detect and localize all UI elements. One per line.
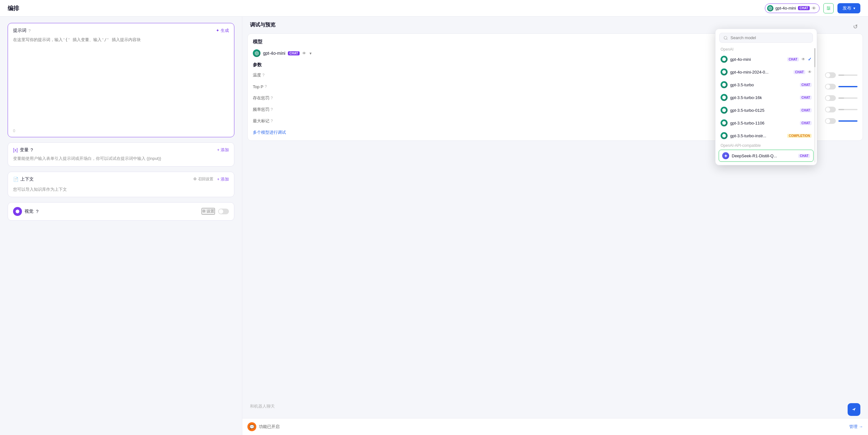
left-panel: 提示词 ? ✦ 生成 0 [x] 变量 ? [0, 17, 242, 435]
temperature-toggle[interactable] [825, 72, 836, 78]
param-right-presence [825, 95, 858, 101]
frequency-toggle[interactable] [825, 107, 836, 113]
search-icon [723, 36, 728, 40]
param-right-topp [825, 84, 858, 90]
variable-add-label: + 添加 [217, 148, 229, 152]
variable-label: [x] 变量 ? [13, 147, 33, 153]
model-badge[interactable]: gpt-4o-mini CHAT 👁 [765, 3, 819, 13]
gpt4o-mini-icon [720, 56, 727, 63]
gpt35-turbo-icon [720, 81, 727, 88]
search-input[interactable] [731, 35, 809, 40]
prompt-label-text: 提示词 [13, 28, 26, 33]
context-card: 📄 上下文 ⚙ 召回设置 + 添加 您可以导入知识库作为上下文 [8, 172, 235, 197]
param-topp-text: Top P [253, 84, 263, 89]
vision-toggle[interactable] [218, 209, 229, 214]
dropdown-item-gpt35-1106[interactable]: gpt-3.5-turbo-1106 CHAT [715, 117, 817, 129]
variable-add-button[interactable]: + 添加 [217, 147, 229, 153]
frequency-knob [826, 107, 830, 112]
topp-slider[interactable] [838, 86, 858, 87]
vision-settings-button[interactable]: ⚙ 设置 [202, 208, 215, 215]
temperature-slider[interactable] [838, 74, 858, 76]
dropdown-item-deepseek[interactable]: DeepSeek-R1-Distill-Q... CHAT [719, 150, 813, 162]
vision-icon [13, 207, 22, 216]
variable-description: 变量能使用户输入表单引入提示词或开场白，你可以试试在提示词中输入 {{input… [13, 155, 229, 162]
param-label-maxtoken: 最大标记 ? [253, 118, 273, 124]
vision-help-icon: ? [36, 209, 38, 214]
model-panel-eye-icon[interactable]: 👁 [302, 51, 306, 56]
footer-status-text: 功能已开启 [259, 424, 280, 430]
param-presence-text: 存在惩罚 [253, 95, 269, 101]
recall-label: ⚙ 召回设置 [193, 177, 213, 182]
context-icon: 📄 [13, 177, 19, 182]
openai-section-label: OpenAI [715, 46, 817, 53]
frequency-slider[interactable] [838, 109, 858, 110]
variable-label-text: 变量 [20, 147, 29, 153]
gpt4o-mini-tag: CHAT [787, 57, 799, 61]
param-label-frequency: 频率惩罚 ? [253, 107, 273, 113]
param-temp-text: 温度 [253, 72, 261, 78]
model-panel-name: gpt-4o-mini [263, 51, 285, 56]
gpt4o-mini-2024-tag: CHAT [794, 70, 805, 74]
recall-settings-button[interactable]: ⚙ 召回设置 [193, 177, 213, 182]
param-topp-help: ? [265, 84, 267, 89]
context-header: 📄 上下文 ⚙ 召回设置 + 添加 [8, 172, 234, 187]
dropdown-item-gpt35-instr[interactable]: gpt-3.5-turbo-instr... COMPLETION [715, 129, 817, 142]
vision-header: 视觉 ? ⚙ 设置 [8, 203, 234, 220]
generate-button[interactable]: ✦ 生成 [216, 28, 229, 33]
param-label-topp: Top P ? [253, 84, 267, 89]
maxtoken-slider[interactable] [838, 120, 858, 122]
model-icon [253, 49, 260, 57]
svg-line-8 [726, 38, 727, 39]
param-right-maxtoken [825, 118, 858, 124]
footer-icon: 💬 [247, 422, 256, 431]
model-name-badge: gpt-4o-mini [775, 6, 796, 10]
param-right-frequency [825, 107, 858, 113]
vision-settings-label: ⚙ 设置 [202, 209, 214, 214]
maxtoken-toggle[interactable] [825, 118, 836, 124]
settings-button[interactable] [824, 3, 834, 13]
dropdown-item-gpt35-turbo-16k[interactable]: gpt-3.5-turbo-16k CHAT [715, 91, 817, 104]
topp-toggle[interactable] [825, 84, 836, 90]
vision-right-actions: ⚙ 设置 [202, 208, 229, 215]
prompt-textarea[interactable] [8, 37, 234, 126]
gpt35-turbo-tag: CHAT [800, 83, 812, 87]
vision-label-text: 视觉 [25, 209, 33, 214]
svg-point-7 [724, 36, 727, 39]
prompt-card: 提示词 ? ✦ 生成 0 [8, 23, 235, 137]
publish-button[interactable]: 发布 ▾ [837, 3, 860, 13]
gpt4o-mini-check: ✓ [808, 57, 812, 62]
chat-placeholder: 和机器人聊天 [250, 403, 860, 409]
gpt35-instr-name: gpt-3.5-turbo-instr... [730, 133, 783, 138]
char-count: 0 [8, 127, 234, 137]
variable-section: [x] 变量 ? + 添加 变量能使用户输入表单引入提示词或开场白，你可以试试在… [8, 143, 234, 166]
presence-slider[interactable] [838, 97, 858, 99]
context-add-button[interactable]: + 添加 [217, 177, 229, 182]
page-title: 编排 [8, 4, 19, 12]
param-temp-help: ? [262, 73, 265, 77]
prompt-help-icon: ? [28, 28, 31, 33]
dropdown-item-gpt4o-mini[interactable]: gpt-4o-mini CHAT 👁 ✓ [715, 53, 817, 66]
eye-icon[interactable]: 👁 [812, 6, 816, 11]
dropdown-scrollbar[interactable] [814, 48, 815, 162]
prompt-header: 提示词 ? ✦ 生成 [8, 23, 234, 37]
gpt4o-mini-name: gpt-4o-mini [730, 57, 783, 62]
param-presence-help: ? [271, 96, 273, 100]
presence-toggle[interactable] [825, 95, 836, 101]
footer-left: 💬 功能已开启 [247, 422, 280, 431]
manage-link[interactable]: 管理 → [849, 424, 863, 430]
prompt-label: 提示词 ? [13, 28, 31, 33]
send-button[interactable] [848, 403, 860, 416]
chat-tag-badge: CHAT [798, 6, 810, 10]
dropdown-item-gpt35-0125[interactable]: gpt-3.5-turbo-0125 CHAT [715, 104, 817, 117]
model-dropdown: OpenAI gpt-4o-mini CHAT 👁 ✓ gpt-4o-mini-… [715, 29, 817, 165]
param-maxtoken-text: 最大标记 [253, 118, 269, 124]
deepseek-tag: CHAT [798, 154, 810, 158]
model-panel-chevron[interactable]: ▾ [310, 51, 312, 56]
dropdown-item-gpt4o-mini-2024[interactable]: gpt-4o-mini-2024-0... CHAT 👁 [715, 66, 817, 78]
reset-button[interactable]: ↺ [850, 22, 860, 32]
dropdown-item-gpt35-turbo[interactable]: gpt-3.5-turbo CHAT [715, 78, 817, 91]
param-label-presence: 存在惩罚 ? [253, 95, 273, 101]
openai-icon [767, 5, 773, 11]
scrollbar-thumb [814, 48, 815, 67]
variable-help-icon: ? [31, 148, 33, 153]
